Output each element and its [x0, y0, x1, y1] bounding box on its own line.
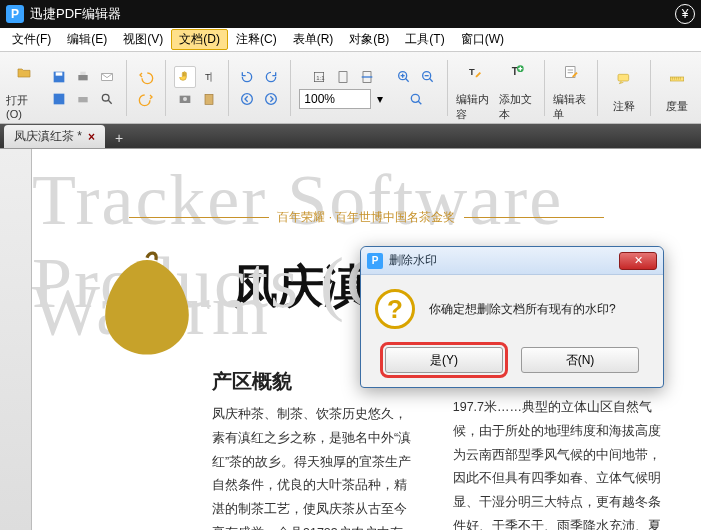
toolbar-group-edit-content: T 编辑内容 — [454, 52, 495, 123]
menu-edit[interactable]: 编辑(E) — [59, 29, 115, 50]
open-button-icon[interactable] — [6, 55, 42, 91]
zoom-dropdown-icon[interactable]: ▾ — [373, 88, 387, 110]
svg-line-27 — [430, 78, 433, 81]
next-view-icon[interactable] — [260, 88, 282, 110]
open-label: 打开(O) — [6, 93, 42, 120]
search-icon[interactable] — [96, 88, 118, 110]
fit-width-icon[interactable] — [356, 66, 378, 88]
fit-page-icon[interactable] — [332, 66, 354, 88]
menu-object[interactable]: 对象(B) — [341, 29, 397, 50]
email-icon[interactable] — [96, 66, 118, 88]
zoom-input[interactable] — [299, 89, 371, 109]
rotate-cw-icon[interactable] — [260, 66, 282, 88]
dialog-message: 你确定想删除文档所有现有的水印? — [429, 301, 616, 318]
print-icon[interactable] — [72, 66, 94, 88]
dialog-close-button[interactable]: ✕ — [619, 252, 657, 270]
add-text-label: 添加文本 — [499, 92, 536, 122]
fruit-illustration-icon — [92, 249, 202, 359]
marquee-zoom-icon[interactable] — [405, 88, 427, 110]
toolbar-group-ruler: 度量 — [657, 52, 697, 123]
yes-button[interactable]: 是(Y) — [385, 347, 503, 373]
save-icon[interactable] — [48, 66, 70, 88]
rotate-ccw-icon[interactable] — [236, 66, 258, 88]
delete-watermark-dialog: P 删除水印 ✕ ? 你确定想删除文档所有现有的水印? 是(Y) 否(N) — [360, 246, 664, 388]
edit-form-icon[interactable] — [553, 54, 589, 90]
scan-icon[interactable] — [72, 88, 94, 110]
svg-line-8 — [108, 100, 111, 103]
dialog-logo-icon: P — [367, 253, 383, 269]
edit-form-label: 编辑表单 — [553, 92, 590, 122]
svg-text:T: T — [469, 66, 475, 76]
side-panel-strip[interactable] — [0, 149, 32, 530]
app-logo-icon: P — [6, 5, 24, 23]
svg-text:T: T — [512, 66, 518, 77]
toolbar-group-add-text: T 添加文本 — [497, 52, 538, 123]
toolbar: 打开(O) T — [0, 52, 701, 124]
toolbar-group-edit-form: 编辑表单 — [551, 52, 592, 123]
svg-rect-3 — [80, 71, 85, 74]
ruler-icon[interactable] — [659, 61, 695, 97]
svg-rect-1 — [56, 72, 63, 75]
menu-document[interactable]: 文档(D) — [171, 29, 228, 50]
edit-content-label: 编辑内容 — [456, 92, 493, 122]
question-icon: ? — [375, 289, 415, 329]
svg-rect-5 — [54, 93, 65, 104]
menu-annotation[interactable]: 注释(C) — [228, 29, 285, 50]
menu-window[interactable]: 窗口(W) — [453, 29, 512, 50]
menu-file[interactable]: 文件(F) — [4, 29, 59, 50]
titlebar: P 迅捷PDF编辑器 ¥ — [0, 0, 701, 28]
ruler-label: 度量 — [666, 99, 688, 114]
svg-text:1:1: 1:1 — [317, 74, 326, 80]
text-select-icon[interactable]: T — [198, 66, 220, 88]
currency-icon[interactable]: ¥ — [675, 4, 695, 24]
actual-size-icon[interactable]: 1:1 — [308, 66, 330, 88]
svg-rect-6 — [78, 97, 87, 102]
svg-point-12 — [183, 97, 187, 101]
doc-tabs: 凤庆滇红茶 * × + — [0, 124, 701, 148]
add-text-icon[interactable]: T — [499, 54, 535, 90]
svg-line-29 — [418, 101, 421, 104]
left-paragraph: 凤庆种茶、制茶、饮茶历史悠久，素有滇红之乡之称，是驰名中外“滇红”茶的故乡。得天… — [212, 403, 413, 530]
menu-forms[interactable]: 表单(R) — [285, 29, 342, 50]
zoom-in-icon[interactable] — [393, 66, 415, 88]
redo-icon[interactable] — [135, 88, 157, 110]
menubar: 文件(F) 编辑(E) 视图(V) 文档(D) 注释(C) 表单(R) 对象(B… — [0, 28, 701, 52]
clipboard-icon[interactable] — [198, 88, 220, 110]
doc-tab[interactable]: 凤庆滇红茶 * × — [4, 125, 105, 148]
no-button[interactable]: 否(N) — [521, 347, 639, 373]
right-paragraph: 197.7米……典型的立体山区自然气候，由于所处的地理纬度和海拔高度为云南西部型… — [453, 396, 671, 530]
svg-rect-38 — [618, 74, 629, 81]
annotate-label: 注释 — [613, 99, 635, 114]
add-tab-icon[interactable]: + — [109, 128, 129, 148]
dialog-title: 删除水印 — [389, 252, 619, 269]
gold-subtitle: 百年荣耀 · 百年世博中国名茶金奖 — [62, 209, 671, 226]
close-tab-icon[interactable]: × — [88, 130, 95, 144]
snapshot-icon[interactable] — [174, 88, 196, 110]
menu-tools[interactable]: 工具(T) — [397, 29, 452, 50]
dialog-titlebar: P 删除水印 ✕ — [361, 247, 663, 275]
undo-icon[interactable] — [135, 66, 157, 88]
hand-tool-icon[interactable] — [174, 66, 196, 88]
menu-view[interactable]: 视图(V) — [115, 29, 171, 50]
svg-point-15 — [266, 93, 277, 104]
svg-point-14 — [242, 93, 253, 104]
doc-tab-label: 凤庆滇红茶 * — [14, 128, 82, 145]
svg-line-24 — [406, 78, 409, 81]
svg-rect-18 — [339, 71, 347, 82]
annotate-icon[interactable] — [606, 61, 642, 97]
toolbar-group-open: 打开(O) — [4, 52, 44, 123]
app-title: 迅捷PDF编辑器 — [30, 5, 675, 23]
prev-view-icon[interactable] — [236, 88, 258, 110]
svg-rect-13 — [205, 94, 213, 104]
toolbar-group-annotate: 注释 — [604, 52, 644, 123]
svg-point-7 — [102, 94, 109, 101]
save-as-icon[interactable] — [48, 88, 70, 110]
zoom-out-icon[interactable] — [417, 66, 439, 88]
svg-rect-2 — [78, 75, 87, 80]
svg-text:T: T — [205, 72, 211, 82]
edit-content-icon[interactable]: T — [457, 54, 493, 90]
